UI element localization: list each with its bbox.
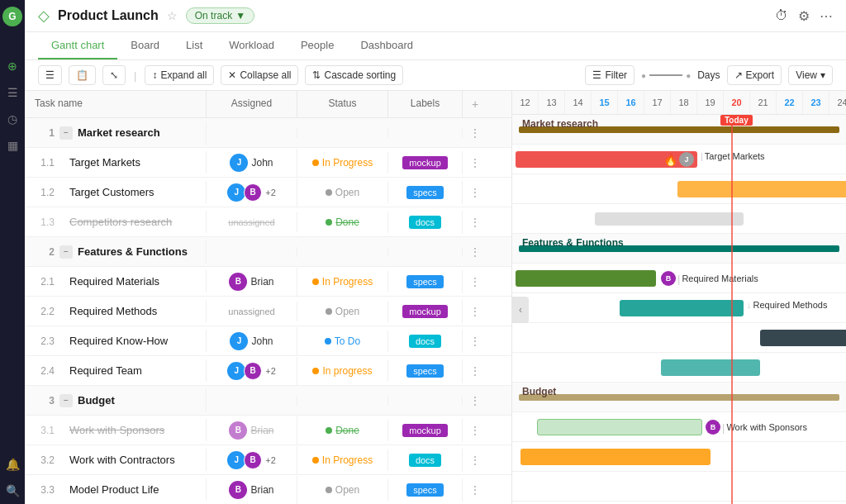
avatar-on-bar: B <box>661 271 676 286</box>
sidebar-bell[interactable]: 🔔 <box>6 458 20 471</box>
cell-assigned: unassigned <box>207 212 297 232</box>
content-area: Task name Assigned Status Labels + 1 − M… <box>25 91 846 504</box>
history-button[interactable]: ⏱ <box>775 8 788 23</box>
tab-board[interactable]: Board <box>117 32 173 59</box>
cell-more[interactable]: ⋮ <box>463 151 487 174</box>
gantt-row <box>512 442 846 472</box>
sidebar-search[interactable]: 🔍 <box>6 484 20 497</box>
cell-more[interactable]: ⋮ <box>463 389 487 412</box>
cell-more[interactable]: ⋮ <box>463 211 487 234</box>
cell-more[interactable]: ⋮ <box>463 359 487 383</box>
status-badge[interactable]: On track ▼ <box>186 7 254 24</box>
tab-people[interactable]: People <box>288 32 347 59</box>
row-number: 1.2 <box>35 187 55 198</box>
gantt-day: 13 <box>539 91 565 114</box>
cell-status: Done <box>297 420 388 441</box>
export-button[interactable]: ↗ Export <box>727 65 782 85</box>
settings-button[interactable]: ⚙ <box>798 8 810 24</box>
assignee-name: unassigned <box>228 307 274 316</box>
view-button[interactable]: View ▾ <box>788 65 833 85</box>
expand-all-button[interactable]: ↕ Expand all <box>145 65 214 85</box>
cell-status: In progress <box>297 360 388 382</box>
cell-labels: mockup <box>388 300 463 323</box>
view-label: View <box>796 69 817 81</box>
table-row: 2.3 Required Know-How J John To Do do <box>25 326 511 356</box>
gantt-day: 19 <box>697 91 724 114</box>
cascade-sorting-button[interactable]: ⇅ Cascade sorting <box>305 65 403 85</box>
cell-more[interactable]: ⋮ <box>463 240 487 264</box>
status-dot <box>326 427 332 434</box>
group-toggle[interactable]: − <box>59 394 73 407</box>
gantt-day-highlight: 16 <box>618 91 644 114</box>
filter-button[interactable]: ☰ Filter <box>585 65 634 85</box>
gantt-bar-work-contractors[interactable] <box>520 449 711 465</box>
cell-taskname: 1.2 Target Customers <box>25 181 207 203</box>
cell-more[interactable]: ⋮ <box>463 449 487 472</box>
col-add[interactable]: + <box>463 91 487 117</box>
sidebar: G ⊕ ☰ ◷ ▦ 🔔 🔍 <box>0 0 25 504</box>
gantt-bar-required-team[interactable] <box>661 359 760 376</box>
label-badge: docs <box>409 454 441 467</box>
table-row: 3.1 Work with Sponsors B Brian Done m <box>25 416 511 445</box>
cell-status <box>297 396 388 406</box>
status-label: To Do <box>335 335 360 347</box>
header: ◇ Product Launch ☆ On track ▼ ⏱ ⚙ ⋯ <box>25 0 846 32</box>
view-chevron: ▾ <box>820 69 825 81</box>
sidebar-home[interactable]: ⊕ <box>7 59 17 73</box>
gantt-row: B | Required Materials <box>512 264 846 293</box>
gantt-bar-required-materials[interactable] <box>516 270 656 287</box>
status-dot <box>312 457 319 464</box>
cell-taskname: 2.1 Required Materials <box>25 270 207 292</box>
tab-gantt[interactable]: Gantt chart <box>38 32 117 59</box>
table-row: 2.2 Required Methods unassigned Open moc… <box>25 297 511 326</box>
scroll-left-button[interactable]: ‹ <box>512 297 529 323</box>
status-text: On track <box>195 10 232 21</box>
tab-workload[interactable]: Workload <box>216 32 288 59</box>
status-label: In progress <box>322 365 372 377</box>
timeline-slider[interactable] <box>649 74 682 76</box>
collapse-all-button[interactable]: ✕ Collapse all <box>221 65 298 85</box>
tab-list[interactable]: List <box>173 32 216 59</box>
gantt-bar-work-sponsors[interactable] <box>537 419 702 435</box>
more-button[interactable]: ⋯ <box>820 8 833 24</box>
avatar: B <box>244 362 262 380</box>
cell-more[interactable]: ⋮ <box>463 300 487 323</box>
app-logo[interactable]: G <box>2 7 22 26</box>
view-mode-toggle[interactable]: ☰ <box>38 65 62 85</box>
status-label: Open <box>335 187 359 198</box>
avatar: B <box>244 183 262 202</box>
sidebar-clock[interactable]: ◷ <box>7 112 17 126</box>
col-status: Status <box>297 91 388 117</box>
cell-more[interactable]: ⋮ <box>463 330 487 353</box>
task-list-btn[interactable]: 📋 <box>69 65 96 85</box>
group-toggle[interactable]: − <box>59 245 73 259</box>
table-row: 2 − Features & Functions ⋮ <box>25 237 511 267</box>
sidebar-nav[interactable]: ☰ <box>7 86 18 99</box>
task-name: Required Team <box>59 364 142 377</box>
gantt-bar-competitors[interactable] <box>595 212 744 226</box>
status-label: In Progress <box>322 454 373 466</box>
gantt-bar-target-markets[interactable]: 🔥 J <box>516 151 697 168</box>
gantt-bar-target-customers[interactable] <box>677 181 846 197</box>
sidebar-chart[interactable]: ▦ <box>7 139 18 152</box>
label-badge: mockup <box>402 424 448 437</box>
cell-more[interactable]: ⋮ <box>463 121 487 145</box>
star-icon[interactable]: ☆ <box>167 9 178 22</box>
gantt-bar-budget[interactable] <box>519 394 839 401</box>
cell-assigned: B Brian <box>207 476 297 504</box>
cell-more[interactable]: ⋮ <box>463 270 487 293</box>
table-row: 2.1 Required Materials B Brian In Progre… <box>25 267 511 297</box>
gantt-group-label: Features & Functions <box>522 237 624 249</box>
gantt-bar-required-methods[interactable] <box>620 300 744 316</box>
gantt-bar-required-knowhow[interactable] <box>760 330 846 346</box>
tab-dashboard[interactable]: Dashboard <box>347 32 426 59</box>
group-toggle[interactable]: − <box>59 126 73 140</box>
assignee-name: John <box>251 335 273 347</box>
cascade-label: Cascade sorting <box>324 69 396 81</box>
gantt-group-label: Market research <box>522 118 598 130</box>
cell-more[interactable]: ⋮ <box>463 181 487 204</box>
cell-more[interactable]: ⋮ <box>463 419 487 442</box>
avatar: J <box>230 332 248 350</box>
expand-btn[interactable]: ⤡ <box>102 65 126 85</box>
cell-more[interactable]: ⋮ <box>463 478 487 502</box>
